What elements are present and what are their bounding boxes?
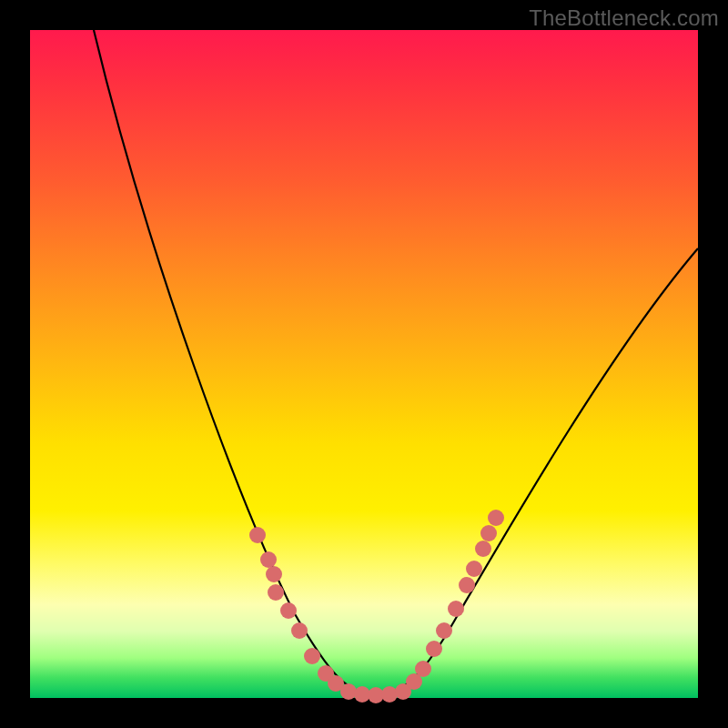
data-point xyxy=(436,622,452,639)
data-point xyxy=(459,577,475,593)
data-point xyxy=(340,683,357,700)
data-point xyxy=(448,601,464,617)
data-point xyxy=(266,566,282,582)
bottleneck-curve xyxy=(94,30,698,694)
watermark-text: TheBottleneck.com xyxy=(529,5,719,31)
data-point xyxy=(268,584,284,601)
curve-layer xyxy=(30,30,698,698)
data-point xyxy=(426,641,442,657)
data-point xyxy=(488,510,504,526)
chart-frame: TheBottleneck.com xyxy=(0,0,728,728)
data-point xyxy=(475,541,491,557)
data-point xyxy=(466,561,482,577)
data-point xyxy=(280,602,297,619)
data-point xyxy=(381,686,398,703)
data-point xyxy=(304,648,320,664)
marker-group xyxy=(249,510,504,703)
data-point xyxy=(260,551,277,568)
data-point xyxy=(415,661,431,677)
plot-area xyxy=(30,30,698,698)
data-point xyxy=(480,525,497,541)
data-point xyxy=(249,527,266,543)
data-point xyxy=(291,622,308,639)
